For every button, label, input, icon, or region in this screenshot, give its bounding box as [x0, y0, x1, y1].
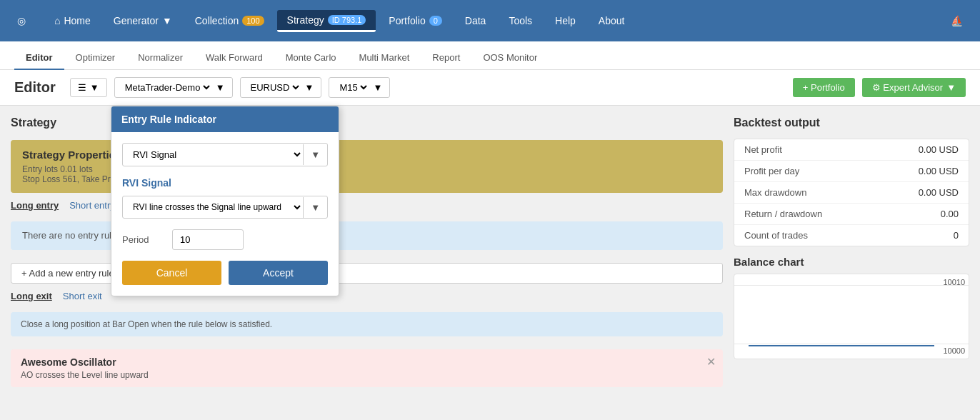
- tab-montecarlo[interactable]: Monte Carlo: [274, 46, 348, 70]
- accept-button[interactable]: Accept: [229, 261, 328, 285]
- tab-oosmonitor[interactable]: OOS Monitor: [471, 46, 549, 70]
- hamburger-icon: ☰: [78, 82, 86, 93]
- backtest-table: Net profit 0.00 USD Profit per day 0.00 …: [734, 139, 969, 246]
- chevron-down-icon: ▼: [305, 82, 314, 93]
- backtest-row-profitperday: Profit per day 0.00 USD: [734, 161, 969, 182]
- backtest-title: Backtest output: [734, 116, 969, 129]
- nav-item-data[interactable]: Data: [455, 11, 496, 31]
- nav-item-tools[interactable]: Tools: [499, 11, 542, 31]
- signal-select-wrap[interactable]: RVI line crosses the Signal line upward …: [122, 196, 328, 219]
- chart-svg: [734, 274, 969, 359]
- period-row: Period: [122, 229, 328, 250]
- home-icon: ⌂: [54, 15, 60, 26]
- nav-icon-right[interactable]: ⛵: [941, 11, 973, 31]
- nav-item-help[interactable]: Help: [545, 11, 586, 31]
- close-icon[interactable]: ✕: [706, 355, 716, 369]
- chevron-down-icon: ▼: [162, 15, 172, 26]
- page-title: Editor: [14, 79, 56, 96]
- balance-chart-title: Balance chart: [734, 256, 969, 268]
- toolbar: Editor ☰ ▼ MetaTrader-Demo ▼ EURUSD ▼ M1…: [0, 70, 980, 106]
- period-input[interactable]: [172, 229, 244, 250]
- signal-select[interactable]: RVI line crosses the Signal line upward: [123, 196, 303, 218]
- nav-item-about[interactable]: About: [589, 11, 635, 31]
- nav-item-home[interactable]: ⌂ Home: [44, 11, 101, 31]
- sub-navigation: Editor Optimizer Normalizer Walk Forward…: [0, 41, 980, 70]
- portfolio-button[interactable]: + Portfolio: [793, 78, 855, 97]
- broker-select[interactable]: MetaTrader-Demo: [122, 81, 212, 94]
- nav-item-generator[interactable]: Generator ▼: [104, 11, 182, 31]
- backtest-row-maxdrawdown: Max drawdown 0.00 USD: [734, 182, 969, 204]
- symbol-select-wrap[interactable]: EURUSD ▼: [240, 77, 322, 98]
- tab-optimizer[interactable]: Optimizer: [64, 46, 127, 70]
- modal-header: Entry Rule Indicator: [111, 106, 339, 132]
- tab-report[interactable]: Report: [421, 46, 471, 70]
- awesome-title: Awesome Oscillator: [21, 356, 713, 368]
- chevron-down-icon: ▼: [90, 82, 99, 93]
- expert-advisor-button[interactable]: ⚙ Expert Advisor ▼: [862, 78, 966, 97]
- tab-short-entry[interactable]: Short entry: [69, 200, 115, 211]
- chevron-down-icon: ▼: [216, 82, 225, 93]
- backtest-row-counttrades: Count of trades 0: [734, 225, 969, 246]
- backtest-panel: Backtest output Net profit 0.00 USD Prof…: [734, 116, 969, 409]
- chevron-down-icon[interactable]: ▼: [303, 197, 327, 218]
- backtest-row-returndrawdown: Return / drawdown 0.00: [734, 204, 969, 225]
- cancel-button[interactable]: Cancel: [122, 261, 221, 285]
- modal-footer: Cancel Accept: [122, 261, 328, 285]
- main-content: Entry Rule Indicator RVI Signal ▼ RVI Si…: [0, 106, 980, 420]
- nav-item-portfolio[interactable]: Portfolio 0: [379, 11, 451, 31]
- tab-normalizer[interactable]: Normalizer: [126, 46, 194, 70]
- tab-walkforward[interactable]: Walk Forward: [194, 46, 274, 70]
- exit-info: Close a long position at Bar Open when t…: [11, 312, 723, 336]
- menu-button[interactable]: ☰ ▼: [70, 78, 107, 97]
- timeframe-select[interactable]: M15: [336, 81, 369, 94]
- modal-body: RVI Signal ▼ RVI Signal RVI line crosses…: [111, 132, 339, 296]
- tab-short-exit[interactable]: Short exit: [63, 291, 102, 301]
- chevron-down-icon[interactable]: ▼: [303, 144, 327, 165]
- tab-editor[interactable]: Editor: [14, 46, 64, 70]
- chevron-down-icon: ▼: [373, 82, 382, 93]
- entry-rule-modal: Entry Rule Indicator RVI Signal ▼ RVI Si…: [111, 106, 339, 296]
- timeframe-select-wrap[interactable]: M15 ▼: [329, 77, 390, 98]
- backtest-row-netprofit: Net profit 0.00 USD: [734, 139, 969, 161]
- nav-item-strategy[interactable]: Strategy ID 793.1: [277, 10, 376, 32]
- tab-long-exit[interactable]: Long exit: [11, 291, 52, 301]
- app-logo: ◎: [7, 11, 36, 31]
- broker-select-wrap[interactable]: MetaTrader-Demo ▼: [114, 77, 233, 98]
- nav-item-collection[interactable]: Collection 100: [185, 11, 274, 31]
- balance-chart: 10010 10000: [734, 274, 969, 359]
- indicator-select[interactable]: RVI Signal: [123, 144, 303, 166]
- tab-multimarket[interactable]: Multi Market: [348, 46, 421, 70]
- symbol-select[interactable]: EURUSD: [248, 81, 301, 94]
- period-label: Period: [122, 234, 165, 245]
- chevron-down-icon: ▼: [946, 82, 956, 93]
- tab-long-entry[interactable]: Long entry: [11, 200, 59, 211]
- top-navigation: ◎ ⌂ Home Generator ▼ Collection 100 Stra…: [0, 0, 980, 41]
- awesome-oscillator-rule: Awesome Oscillator AO crosses the Level …: [11, 349, 723, 387]
- signal-label: RVI Signal: [122, 177, 328, 189]
- awesome-sub: AO crosses the Level line upward: [21, 370, 713, 380]
- indicator-select-wrap[interactable]: RVI Signal ▼: [122, 143, 328, 166]
